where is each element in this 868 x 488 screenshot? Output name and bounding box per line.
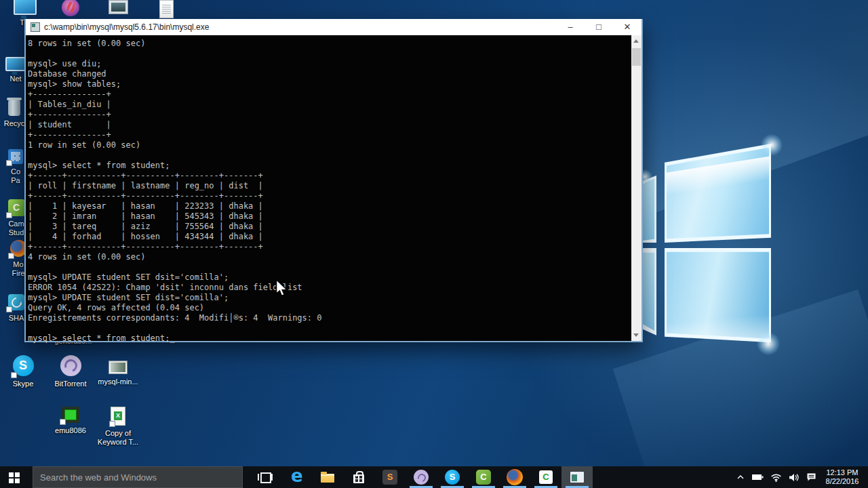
battery-icon[interactable] xyxy=(751,473,764,481)
desktop-icon-label: BitTorrent xyxy=(54,380,86,388)
edge-icon xyxy=(288,469,304,485)
console-window: c:\wamp\bin\mysql\mysql5.6.17\bin\mysql.… xyxy=(24,19,643,342)
circle-app-icon xyxy=(62,0,79,16)
window-titlebar[interactable]: c:\wamp\bin\mysql\mysql5.6.17\bin\mysql.… xyxy=(26,19,642,35)
scroll-up-icon[interactable] xyxy=(633,39,639,43)
store-bag-icon xyxy=(351,469,367,485)
camtasia-icon xyxy=(475,469,492,485)
shareit-icon xyxy=(8,294,24,310)
desktop-icon-label: Skype xyxy=(13,380,34,388)
maximize-button[interactable]: □ xyxy=(585,19,613,35)
taskbar-app-skype[interactable] xyxy=(437,466,468,488)
windows-logo-pane xyxy=(665,248,771,344)
clock-date: 8/22/2016 xyxy=(823,477,861,486)
desktop-icon-label: Net xyxy=(9,75,21,83)
document-icon xyxy=(159,0,174,18)
desktop-icon-label: Cam Stud xyxy=(8,220,24,237)
taskbar-app-store[interactable] xyxy=(343,466,374,488)
desktop-icon-mysql-min[interactable]: mysql-min... xyxy=(90,361,146,386)
taskbar-app-file-explorer[interactable] xyxy=(312,466,343,488)
taskbar-app-bittorrent[interactable] xyxy=(406,466,437,488)
volume-icon[interactable] xyxy=(789,473,800,482)
desktop-icon-label: Mo Fire xyxy=(12,260,25,278)
taskbar-clock[interactable]: 12:13 PM 8/22/2016 xyxy=(823,468,861,486)
sublime-text-icon xyxy=(382,469,398,485)
taskbar: 12:13 PM 8/22/2016 xyxy=(0,466,868,488)
desktop-icon-label: emu8086 xyxy=(55,426,86,435)
recycle-bin-icon xyxy=(8,100,20,116)
task-view-icon xyxy=(257,469,273,485)
taskbar-app-camtasia[interactable] xyxy=(468,466,499,488)
skype-icon xyxy=(444,469,460,485)
taskbar-app-task-view[interactable] xyxy=(250,466,281,488)
clock-time: 12:13 PM xyxy=(823,468,861,477)
desktop-icon-label: Recyc xyxy=(4,119,25,128)
minimize-button[interactable]: – xyxy=(556,19,585,35)
excel-document-icon xyxy=(111,407,125,426)
desktop-root: Thi Net Recyc Co Pa Cam Stud Mo Fire xyxy=(0,0,868,488)
taskbar-app-console[interactable] xyxy=(561,466,593,488)
close-button[interactable]: ✕ xyxy=(613,19,642,35)
taskbar-app-sublime[interactable] xyxy=(374,466,406,488)
scrollbar-thumb[interactable] xyxy=(632,48,641,66)
system-tray: 12:13 PM 8/22/2016 xyxy=(736,466,868,488)
console-window-icon xyxy=(569,469,585,485)
control-panel-icon xyxy=(8,149,23,164)
windows-logo-icon xyxy=(9,472,14,477)
desktop-icon-label: Copy of Keyword T... xyxy=(98,429,138,447)
taskbar-app-camtasia-recorder[interactable] xyxy=(530,466,561,488)
taskbar-app-edge[interactable] xyxy=(281,466,312,488)
window-title: c:\wamp\bin\mysql\mysql5.6.17\bin\mysql.… xyxy=(40,22,556,32)
wallpaper-sparkle xyxy=(761,134,783,156)
folder-icon xyxy=(319,469,336,485)
desktop-icon-copy-of-keyword[interactable]: Copy of Keyword T... xyxy=(90,407,146,447)
chip-icon xyxy=(62,407,79,423)
skype-icon xyxy=(13,355,34,376)
camtasia-icon xyxy=(8,199,25,216)
firefox-icon xyxy=(507,469,523,485)
taskbar-search-input[interactable] xyxy=(33,466,243,488)
hidden-icons-chevron[interactable] xyxy=(736,474,745,481)
camtasia-recorder-icon xyxy=(538,469,554,485)
image-file-icon xyxy=(108,361,127,374)
console-content: 8 rows in set (0.00 sec) mysql> use diu;… xyxy=(26,35,642,341)
desktop-icon-label: mysql-min... xyxy=(98,378,138,386)
scroll-down-icon[interactable] xyxy=(633,333,639,337)
bittorrent-icon xyxy=(60,355,81,376)
wifi-icon[interactable] xyxy=(770,473,782,482)
bittorrent-icon xyxy=(413,469,429,485)
console-app-icon xyxy=(31,22,40,32)
desktop-icon-label: Co Pa xyxy=(11,167,20,185)
taskbar-app-firefox[interactable] xyxy=(499,466,530,488)
taskbar-apps xyxy=(250,466,593,488)
start-button[interactable] xyxy=(0,466,33,488)
computer-icon xyxy=(14,0,37,15)
desktop-icon-label: SHA xyxy=(9,314,24,323)
console-scrollbar[interactable] xyxy=(631,35,642,341)
wallpaper-sparkle xyxy=(757,332,780,355)
console-output[interactable]: 8 rows in set (0.00 sec) mysql> use diu;… xyxy=(26,35,642,344)
network-icon xyxy=(5,57,26,71)
image-file-icon xyxy=(108,0,128,14)
action-center-icon[interactable] xyxy=(806,472,816,482)
